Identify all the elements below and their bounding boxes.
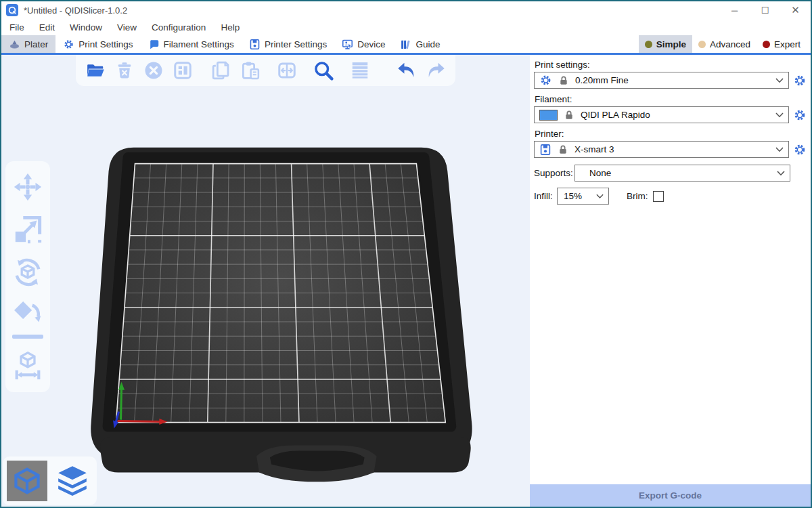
place-on-face-baseline (12, 335, 43, 339)
print-settings-label: Print settings: (535, 60, 807, 70)
left-toolbar (5, 161, 50, 392)
guide-icon (400, 39, 411, 50)
mode-selector: Simple Advanced Expert (639, 35, 807, 53)
redo-button[interactable] (424, 59, 447, 82)
undo-button[interactable] (395, 59, 418, 82)
lock-icon (564, 110, 574, 121)
3d-editor-view-button[interactable] (7, 461, 47, 501)
redo-icon (424, 59, 447, 82)
tab-printer-settings[interactable]: Printer Settings (242, 35, 334, 53)
move-button[interactable] (12, 171, 44, 203)
chevron-down-icon (775, 78, 784, 83)
menu-view[interactable]: View (110, 22, 144, 33)
delete-all-button[interactable] (142, 59, 165, 82)
tab-plater[interactable]: Plater (1, 35, 55, 53)
chevron-down-icon (775, 112, 784, 118)
scale-icon (12, 214, 43, 245)
brim-checkbox[interactable] (653, 191, 664, 202)
tab-label: Device (357, 39, 385, 49)
tab-label: Print Settings (78, 39, 133, 49)
search-icon (313, 60, 334, 81)
arrange-button[interactable] (171, 59, 194, 82)
print-settings-value: 0.20mm Fine (575, 75, 629, 85)
window-title: *Untitled - QIDISlicer-1.0.2 (24, 5, 127, 16)
scale-button[interactable] (12, 213, 44, 246)
filament-combo[interactable]: QIDI PLA Rapido (534, 106, 789, 123)
mode-simple[interactable]: Simple (639, 35, 692, 53)
printer-label: Printer: (535, 129, 807, 139)
paste-icon (240, 60, 261, 81)
tab-label: Guide (415, 39, 440, 49)
chevron-down-icon (596, 194, 604, 199)
filament-color-swatch (539, 110, 558, 121)
printer-gear-button[interactable] (793, 143, 807, 156)
place-on-face-button[interactable] (12, 299, 44, 331)
plater-icon (9, 39, 20, 50)
layers-preview-button[interactable] (52, 461, 93, 501)
gear-icon (63, 39, 74, 50)
menu-help[interactable]: Help (213, 22, 247, 33)
paste-button[interactable] (239, 59, 262, 82)
arrange-icon (173, 60, 193, 81)
supports-combo[interactable]: None (574, 165, 790, 182)
filament-icon (148, 39, 160, 50)
menu-window[interactable]: Window (62, 22, 110, 33)
open-folder-icon (85, 60, 106, 81)
variable-layer-height-button[interactable] (348, 59, 371, 82)
chevron-down-icon (777, 171, 785, 176)
close-icon[interactable]: ✕ (780, 1, 811, 19)
brim-label: Brim: (627, 191, 648, 201)
delete-all-icon (143, 60, 164, 81)
filament-label: Filament: (535, 94, 807, 104)
menubar: File Edit Window View Configuration Help (1, 19, 811, 35)
mode-expert[interactable]: Expert (757, 35, 807, 53)
tab-label: Filament Settings (164, 39, 234, 49)
filament-gear-button[interactable] (793, 108, 807, 122)
mode-advanced[interactable]: Advanced (692, 35, 757, 53)
supports-label: Supports: (534, 168, 574, 178)
app-window: *Untitled - QIDISlicer-1.0.2 ─ ☐ ✕ File … (0, 0, 812, 508)
rotate-icon (12, 257, 43, 288)
open-button[interactable] (84, 59, 107, 82)
delete-button[interactable] (113, 59, 136, 82)
printer-combo[interactable]: X-smart 3 (534, 141, 789, 158)
menu-edit[interactable]: Edit (32, 22, 62, 33)
tab-device[interactable]: Device (334, 35, 392, 53)
print-bed (1, 55, 530, 505)
menu-file[interactable]: File (2, 22, 32, 33)
sidebar: Print settings: 0.20mm Fine (530, 55, 811, 507)
printer-icon (539, 144, 551, 156)
print-settings-gear-button[interactable] (793, 74, 807, 87)
tab-print-settings[interactable]: Print Settings (55, 35, 140, 53)
printer-value: X-smart 3 (574, 144, 614, 154)
infill-label: Infill: (534, 191, 557, 201)
supports-value: None (589, 168, 611, 178)
print-settings-combo[interactable]: 0.20mm Fine (534, 72, 789, 89)
menu-configuration[interactable]: Configuration (144, 22, 213, 33)
search-button[interactable] (312, 59, 335, 82)
rotate-button[interactable] (12, 256, 44, 289)
copy-button[interactable] (210, 59, 233, 82)
mode-label: Advanced (710, 39, 750, 49)
printer-icon (249, 39, 261, 50)
filament-value: QIDI PLA Rapido (581, 110, 650, 120)
maximize-icon[interactable]: ☐ (750, 1, 780, 19)
place-on-face-icon (12, 299, 43, 331)
viewport-3d[interactable] (1, 55, 530, 507)
minimize-icon[interactable]: ─ (719, 1, 750, 19)
mode-label: Simple (656, 39, 686, 49)
undo-icon (395, 59, 418, 82)
infill-combo[interactable]: 15% (557, 188, 609, 205)
split-objects-icon (277, 60, 297, 81)
export-gcode-button[interactable]: Export G-code (530, 484, 811, 507)
move-icon (12, 171, 43, 203)
infill-value: 15% (564, 191, 582, 201)
tab-filament-settings[interactable]: Filament Settings (141, 35, 242, 53)
tab-guide[interactable]: Guide (392, 35, 447, 53)
view-toggles (3, 457, 97, 505)
measure-icon (12, 350, 43, 381)
split-objects-button[interactable] (275, 59, 298, 82)
advanced-dot-icon (698, 41, 706, 48)
measure-button[interactable] (12, 349, 44, 381)
simple-dot-icon (645, 41, 652, 48)
